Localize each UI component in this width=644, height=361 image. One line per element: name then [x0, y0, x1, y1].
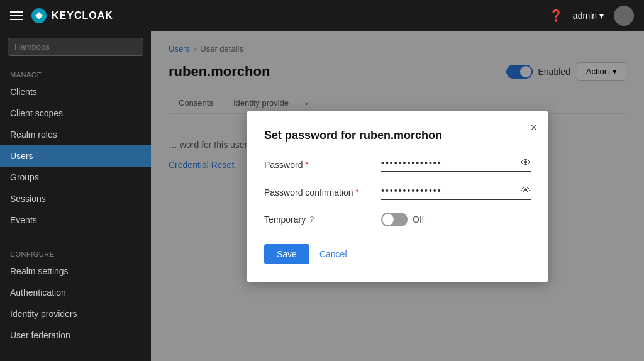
help-icon[interactable]: ❓	[549, 9, 563, 23]
sidebar-item-realm-roles[interactable]: Realm roles	[0, 124, 151, 145]
modal-overlay: Set password for ruben.morchon × Passwor…	[151, 31, 644, 361]
password-eye-icon[interactable]: 👁	[521, 157, 531, 169]
password-confirm-field-row: Password confirmation * 👁	[264, 185, 531, 200]
content-area: Users › User details ruben.morchon Enabl…	[151, 31, 644, 361]
modal-title: Set password for ruben.morchon	[264, 129, 531, 142]
confirm-field-wrapper: 👁	[381, 185, 531, 200]
navbar-right: ❓ admin ▾	[549, 6, 634, 26]
logo-text: KEYCLOAK	[52, 10, 113, 21]
password-input[interactable]	[381, 158, 521, 168]
manage-section-label: Manage	[0, 62, 151, 81]
temporary-toggle-pill[interactable]	[381, 213, 408, 226]
navbar: KEYCLOAK ❓ admin ▾	[0, 0, 644, 31]
temporary-label: Temporary ?	[264, 214, 371, 225]
modal-actions: Save Cancel	[264, 244, 531, 264]
admin-menu-button[interactable]: admin ▾	[573, 11, 604, 21]
cancel-button[interactable]: Cancel	[319, 249, 347, 259]
sidebar-divider	[0, 236, 151, 236]
main-layout: Manage Clients Client scopes Realm roles…	[0, 31, 644, 361]
set-password-modal: Set password for ruben.morchon × Passwor…	[247, 111, 548, 282]
confirm-eye-icon[interactable]: 👁	[521, 185, 531, 196]
avatar	[614, 6, 634, 26]
navbar-left: KEYCLOAK	[10, 7, 113, 25]
sidebar-item-events[interactable]: Events	[0, 209, 151, 231]
sidebar-item-client-scopes[interactable]: Client scopes	[0, 103, 151, 124]
sidebar: Manage Clients Client scopes Realm roles…	[0, 31, 151, 361]
sidebar-item-realm-settings[interactable]: Realm settings	[0, 260, 151, 282]
sidebar-item-groups[interactable]: Groups	[0, 167, 151, 188]
password-field-row: Password * 👁	[264, 157, 531, 172]
temporary-off-label: Off	[413, 214, 424, 225]
temporary-help-icon[interactable]: ?	[309, 214, 314, 224]
temporary-toggle-area: Off	[381, 213, 424, 226]
keycloak-logo-icon	[30, 7, 48, 25]
hamburger-menu[interactable]	[10, 11, 23, 20]
sidebar-item-identity-providers[interactable]: Identity providers	[0, 303, 151, 325]
logo: KEYCLOAK	[30, 7, 113, 25]
save-button[interactable]: Save	[264, 244, 309, 264]
password-field-wrapper: 👁	[381, 157, 531, 172]
password-confirm-label: Password confirmation *	[264, 187, 371, 197]
realm-search-input[interactable]	[8, 38, 143, 56]
svg-point-1	[37, 14, 41, 18]
sidebar-item-authentication[interactable]: Authentication	[0, 282, 151, 303]
sidebar-item-clients[interactable]: Clients	[0, 81, 151, 103]
sidebar-item-user-federation[interactable]: User federation	[0, 325, 151, 346]
password-confirm-input[interactable]	[381, 186, 521, 196]
configure-section-label: Configure	[0, 242, 151, 260]
password-required-star: *	[305, 160, 308, 169]
confirm-required-star: *	[356, 188, 359, 197]
password-label: Password *	[264, 160, 371, 170]
sidebar-item-users[interactable]: Users	[0, 145, 151, 167]
modal-close-button[interactable]: ×	[530, 121, 537, 135]
temporary-row: Temporary ? Off	[264, 213, 531, 226]
chevron-down-icon: ▾	[599, 11, 604, 21]
sidebar-item-sessions[interactable]: Sessions	[0, 188, 151, 209]
